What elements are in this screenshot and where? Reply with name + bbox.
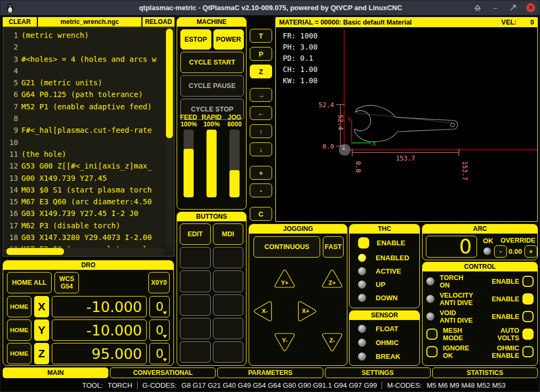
mcodes-label: M-CODES: <box>387 381 422 389</box>
wcs-button[interactable]: WCS G54 <box>54 272 79 293</box>
mdi-button[interactable]: MDI <box>213 223 244 245</box>
auto-volts-checkbox[interactable] <box>522 329 534 340</box>
thc-active-label: ACTIVE <box>376 267 401 275</box>
scrollbar-thumb[interactable] <box>166 29 173 138</box>
user-button-empty[interactable] <box>180 294 211 316</box>
ohmic-enable-label-line1: OHMIC <box>492 345 519 352</box>
user-button-empty[interactable] <box>213 294 244 316</box>
dro-y-value: -10.000 <box>52 319 147 341</box>
power-button[interactable]: POWER <box>213 29 244 50</box>
tab-conversational[interactable]: CONVERSATIONAL <box>110 367 216 378</box>
preview-z-view-button[interactable]: Z <box>250 65 272 78</box>
jog-y-plus-label: Y+ <box>281 279 289 286</box>
velocity-enable-checkbox[interactable] <box>522 293 534 305</box>
preview-graphics: 52.4 52.4 0.0 153.7 0.0 153.7 Y X <box>276 28 538 222</box>
close-icon[interactable]: ✕ <box>526 3 535 12</box>
jog-z-plus-button[interactable]: Z+ <box>320 267 344 290</box>
jog-z-minus-button[interactable]: Z- <box>320 331 344 354</box>
tab-main[interactable]: MAIN <box>3 367 108 378</box>
gcode-vertical-scrollbar[interactable] <box>166 29 173 247</box>
jog-slider[interactable] <box>229 130 240 197</box>
gcode-line-number: 13 <box>5 172 18 184</box>
clear-button[interactable]: CLEAR <box>3 17 37 27</box>
void-enable-checkbox[interactable] <box>522 311 534 322</box>
torch-enable-checkbox[interactable] <box>522 276 534 287</box>
pan-down-button[interactable]: ↓ <box>250 142 272 156</box>
ohmic-enable-checkbox[interactable] <box>522 346 534 357</box>
pan-right-button[interactable]: → <box>250 88 272 102</box>
user-button-empty[interactable] <box>180 341 211 363</box>
home-z-button[interactable]: HOME <box>7 343 31 364</box>
dro-z-offset-dropdown[interactable]: 0 <box>149 343 170 364</box>
preview-controls-column: T P Z → ← ↑ ↓ + - C <box>249 17 273 222</box>
jogging-panel: JOGGING CONTINUOUS FAST Y+ Z+ X- X+ Y- Z… <box>249 224 347 366</box>
dro-panel: DRO HOME ALL WCS G54 X0Y0 HOME X -10.000… <box>3 260 174 366</box>
cycle-start-button[interactable]: CYCLE START <box>180 52 244 73</box>
jog-fast-button[interactable]: FAST <box>323 236 344 258</box>
rapid-slider[interactable] <box>207 130 217 197</box>
estop-button[interactable]: ESTOP <box>180 29 211 50</box>
thc-enable-checkbox[interactable] <box>358 237 369 249</box>
arc-override-minus-button[interactable]: - <box>494 245 507 258</box>
tab-parameters[interactable]: PARAMETERS <box>217 367 323 378</box>
zoom-in-button[interactable]: + <box>250 166 272 180</box>
tab-statistics[interactable]: STATISTICS <box>432 367 538 378</box>
dro-y-offset-dropdown[interactable]: 0 <box>149 319 170 341</box>
reload-button[interactable]: RELOAD <box>142 17 174 27</box>
auto-volts-label-line2: VOLTS <box>497 334 519 342</box>
x0y0-button[interactable]: X0Y0 <box>148 272 170 293</box>
zoom-out-button[interactable]: - <box>250 183 272 197</box>
mesh-mode-checkbox[interactable] <box>426 329 438 340</box>
pan-up-button[interactable]: ↑ <box>250 124 272 138</box>
gcode-viewer[interactable]: 1(metric wrench)23#<holes> = 4 (holes an… <box>3 27 174 257</box>
maximize-icon[interactable] <box>509 4 517 12</box>
arc-override-plus-button[interactable]: + <box>525 245 537 258</box>
jog-x-minus-label: X- <box>261 308 268 314</box>
minimize-icon[interactable]: – <box>491 4 499 12</box>
feed-slider[interactable] <box>184 130 194 197</box>
scrollbar-thumb[interactable] <box>6 248 64 255</box>
gcode-line: 16G03 X149.739 Y27.45 I-2 J0 <box>5 207 164 219</box>
edit-button[interactable]: EDIT <box>180 223 211 245</box>
jog-x-minus-button[interactable]: X- <box>251 299 274 323</box>
cut-param-feed-rate: FR: 1000 <box>283 31 317 40</box>
gcode-line: 13G00 X149.739 Y27.45 <box>5 172 164 184</box>
torch-label-line2: ON <box>440 282 463 289</box>
user-button-empty[interactable] <box>213 247 244 268</box>
preview-top-view-button[interactable]: T <box>250 29 272 43</box>
sensor-panel: SENSOR FLOAT OHMIC BREAK <box>349 310 420 366</box>
tab-settings[interactable]: SETTINGS <box>325 367 431 378</box>
gcode-line-number: 14 <box>5 184 18 196</box>
preview-perspective-button[interactable]: P <box>250 47 272 61</box>
user-button-empty[interactable] <box>180 318 211 339</box>
gcode-line: 10 <box>5 137 164 148</box>
preview-plot[interactable]: 52.4 52.4 0.0 153.7 0.0 153.7 Y X <box>276 28 537 221</box>
home-x-button[interactable]: HOME <box>7 296 31 317</box>
user-button-empty[interactable] <box>213 341 244 363</box>
user-button-empty[interactable] <box>180 247 211 268</box>
home-all-button[interactable]: HOME ALL <box>7 272 52 293</box>
gcode-horizontal-scrollbar[interactable] <box>4 248 165 255</box>
jog-y-minus-button[interactable]: Y- <box>273 331 297 354</box>
keep-above-icon[interactable] <box>473 4 482 12</box>
dro-x-offset-dropdown[interactable]: 0 <box>149 296 170 317</box>
gcode-line-text: G21 (metric units) <box>21 77 102 89</box>
title-bar[interactable]: qtplasmac-metric - QtPlasmaC v2.10-009.0… <box>1 1 540 15</box>
user-button-empty[interactable] <box>213 318 244 339</box>
ignore-ok-checkbox[interactable] <box>426 346 438 357</box>
window-title: qtplasmac-metric - QtPlasmaC v2.10-009.0… <box>1 4 540 12</box>
user-button-empty[interactable] <box>180 270 211 292</box>
pan-left-button[interactable]: ← <box>250 106 272 120</box>
jog-continuous-button[interactable]: CONTINUOUS <box>253 236 320 258</box>
home-y-button[interactable]: HOME <box>7 319 31 341</box>
user-button-empty[interactable] <box>213 270 244 292</box>
jog-y-plus-button[interactable]: Y+ <box>273 267 297 290</box>
jog-x-plus-button[interactable]: X+ <box>296 299 319 323</box>
gcode-line-number: 3 <box>5 53 18 65</box>
sensor-float-led <box>358 325 366 333</box>
clear-plot-button[interactable]: C <box>250 207 272 221</box>
cycle-pause-button[interactable]: CYCLE PAUSE <box>180 75 244 97</box>
dro-row-x: HOME X -10.000 0 <box>7 296 170 317</box>
gcode-line: 14M03 $0 S1 (start plasma torch <box>5 184 164 196</box>
material-selector[interactable]: MATERIAL = 00000: Basic default Material <box>279 19 412 26</box>
